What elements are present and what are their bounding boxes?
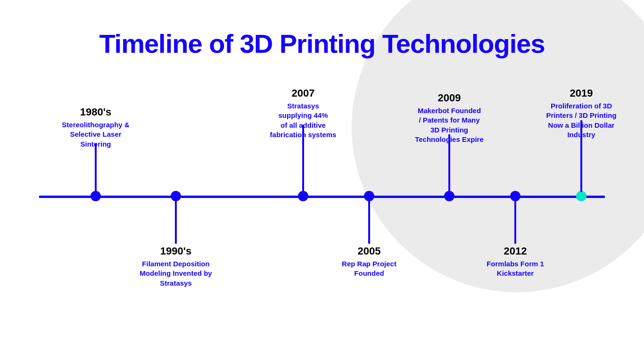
connector-1990s <box>175 201 177 244</box>
connector-2009 <box>448 134 450 192</box>
label-1980s: 1980's Stereolithography &Selective Lase… <box>53 106 138 149</box>
dot-2019 <box>576 191 586 201</box>
main-content: Timeline of 3D Printing Technologies 198… <box>0 0 644 362</box>
connector-2019 <box>580 120 582 192</box>
connector-1980s <box>95 144 97 192</box>
connector-2005 <box>368 201 370 244</box>
label-2012: 2012 Formlabs Form 1Kickstarter <box>474 245 557 279</box>
timeline: 1980's Stereolithography &Selective Lase… <box>39 97 605 295</box>
dot-2009 <box>444 191 454 201</box>
dot-2005 <box>364 191 374 201</box>
connector-2012 <box>514 201 516 244</box>
label-1990s: 1990's Filament DepositionModeling Inven… <box>132 245 220 288</box>
label-2005: 2005 Rep Rap ProjectFounded <box>329 245 409 279</box>
dot-1990s <box>171 191 181 201</box>
dot-2007 <box>298 191 308 201</box>
connector-2007 <box>302 125 304 192</box>
page-title: Timeline of 3D Printing Technologies <box>99 28 545 59</box>
dot-1980s <box>91 191 101 201</box>
dot-2012 <box>510 191 520 201</box>
